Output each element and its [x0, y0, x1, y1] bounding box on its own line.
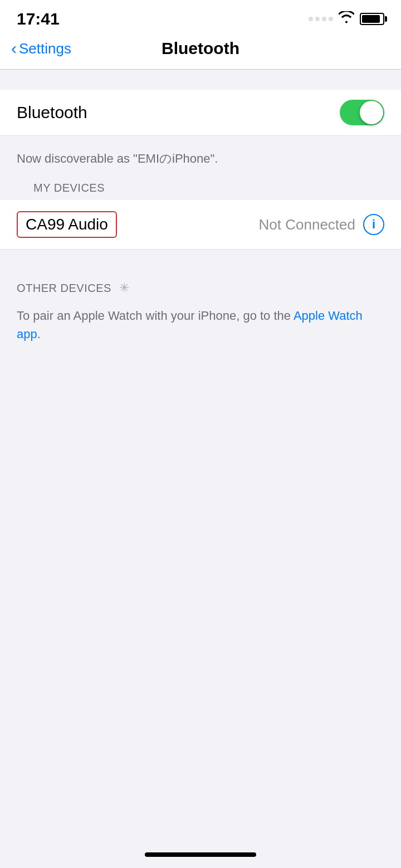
device-name: CA99 Audio	[17, 211, 117, 238]
back-button[interactable]: ‹ Settings	[11, 39, 71, 58]
bluetooth-section: Bluetooth	[0, 90, 401, 136]
other-devices-header: OTHER DEVICES	[17, 282, 111, 295]
loading-spinner-icon: ✳	[119, 281, 129, 295]
back-label: Settings	[19, 40, 71, 57]
home-indicator	[145, 852, 256, 857]
mid-separator	[0, 250, 401, 270]
top-separator	[0, 70, 401, 90]
status-icons	[309, 11, 384, 27]
battery-icon	[360, 13, 384, 25]
pairing-text-section: To pair an Apple Watch with your iPhone,…	[0, 301, 401, 354]
bluetooth-toggle-row: Bluetooth	[0, 90, 401, 136]
bluetooth-label: Bluetooth	[17, 103, 87, 122]
info-button[interactable]: i	[363, 214, 384, 235]
status-bar: 17:41	[0, 0, 401, 33]
my-devices-list: CA99 Audio Not Connected i	[0, 200, 401, 250]
my-devices-header: MY DEVICES	[17, 170, 384, 200]
chevron-left-icon: ‹	[11, 39, 17, 58]
nav-bar: ‹ Settings Bluetooth	[0, 33, 401, 70]
pairing-text: To pair an Apple Watch with your iPhone,…	[17, 306, 384, 343]
device-status: Not Connected	[259, 216, 355, 233]
other-devices-section: OTHER DEVICES ✳	[0, 270, 401, 301]
info-icon: i	[372, 217, 375, 232]
signal-icon	[309, 17, 333, 21]
status-time: 17:41	[17, 9, 60, 28]
discoverable-text: Now discoverable as "EMIのiPhone".	[17, 145, 384, 170]
device-status-area: Not Connected i	[259, 214, 384, 235]
pairing-text-prefix: To pair an Apple Watch with your iPhone,…	[17, 309, 294, 323]
bluetooth-toggle[interactable]	[340, 100, 384, 125]
wifi-icon	[339, 11, 354, 27]
discoverable-section: Now discoverable as "EMIのiPhone". MY DEV…	[0, 136, 401, 200]
page-title: Bluetooth	[162, 39, 239, 58]
toggle-knob	[360, 101, 383, 124]
device-row[interactable]: CA99 Audio Not Connected i	[0, 200, 401, 250]
pairing-text-suffix: .	[37, 327, 41, 341]
